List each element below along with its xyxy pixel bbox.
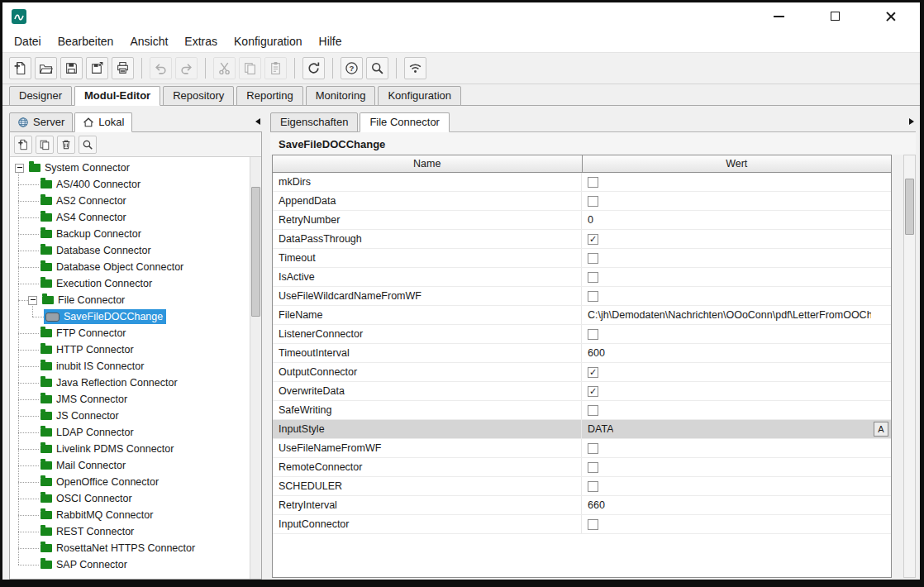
property-row-safewriting[interactable]: SafeWriting bbox=[273, 401, 891, 420]
property-row-remoteconnector[interactable]: RemoteConnector bbox=[273, 458, 891, 477]
checkbox[interactable] bbox=[588, 291, 598, 302]
tree-item-ldap-connector[interactable]: LDAP Connector bbox=[10, 424, 250, 441]
redo-button[interactable] bbox=[175, 57, 198, 79]
tree-item-rabbitmq-connector[interactable]: RabbitMQ Connector bbox=[10, 507, 250, 523]
connection-button[interactable] bbox=[404, 57, 426, 79]
tree-search-button[interactable] bbox=[79, 136, 97, 154]
checkbox[interactable]: ✓ bbox=[588, 386, 598, 397]
help-button[interactable]: ? bbox=[341, 57, 363, 79]
checkbox[interactable] bbox=[588, 177, 598, 188]
save-button[interactable] bbox=[60, 57, 83, 79]
properties-scrollbar-thumb[interactable] bbox=[905, 179, 914, 235]
refresh-button[interactable] bbox=[302, 57, 325, 79]
checkbox[interactable]: ✓ bbox=[588, 367, 598, 378]
checkbox[interactable] bbox=[588, 329, 598, 340]
checkbox[interactable] bbox=[588, 443, 598, 454]
maximize-button[interactable] bbox=[826, 7, 844, 26]
tree-item-openoffice-connector[interactable]: OpenOffice Connector bbox=[10, 474, 250, 490]
property-value[interactable]: C:\jh\Demodaten\Nachrichten\OOoConn\pdf\… bbox=[582, 306, 891, 324]
tree-item-livelink-pdms-connector[interactable]: Livelink PDMS Connector bbox=[10, 441, 250, 457]
property-row-inputstyle[interactable]: InputStyleDATAA bbox=[273, 420, 891, 439]
tree-item-execution-connector[interactable]: Execution Connector bbox=[10, 275, 250, 292]
property-value[interactable] bbox=[582, 401, 891, 419]
tree-copy-button[interactable] bbox=[36, 136, 54, 154]
property-value[interactable]: ✓ bbox=[582, 363, 891, 381]
column-header-wert[interactable]: Wert bbox=[583, 155, 892, 172]
collapse-right-panel-icon[interactable] bbox=[909, 118, 914, 125]
tree-item-jms-connector[interactable]: JMS Connector bbox=[10, 391, 250, 408]
menu-datei[interactable]: Datei bbox=[6, 32, 50, 50]
menu-hilfe[interactable]: Hilfe bbox=[311, 32, 350, 50]
property-row-listenerconnector[interactable]: ListenerConnector bbox=[273, 325, 891, 344]
tree-item-database-connector[interactable]: Database Connector bbox=[10, 242, 250, 259]
property-value[interactable] bbox=[582, 325, 891, 343]
column-header-name[interactable]: Name bbox=[273, 155, 583, 172]
property-value[interactable]: ✓ bbox=[582, 230, 891, 248]
tree-item-ftp-connector[interactable]: FTP Connector bbox=[10, 325, 250, 341]
property-row-retryinterval[interactable]: RetryInterval660 bbox=[273, 496, 891, 515]
checkbox[interactable] bbox=[588, 405, 598, 416]
tree-delete-button[interactable] bbox=[57, 136, 75, 154]
property-value[interactable] bbox=[582, 458, 891, 476]
copy-button[interactable] bbox=[239, 57, 261, 79]
checkbox[interactable] bbox=[588, 196, 598, 207]
property-row-usefilenamefromwf[interactable]: UseFileNameFromWF bbox=[273, 439, 891, 458]
checkbox[interactable] bbox=[588, 519, 598, 530]
tree-item-system-connector[interactable]: System Connector bbox=[10, 160, 250, 176]
navigator-tab-server[interactable]: Server bbox=[9, 112, 73, 132]
property-row-retrynumber[interactable]: RetryNumber0 bbox=[273, 211, 891, 230]
open-editor-button[interactable]: A bbox=[874, 422, 888, 437]
property-value[interactable] bbox=[582, 249, 891, 267]
undo-button[interactable] bbox=[150, 57, 172, 79]
property-row-appenddata[interactable]: AppendData bbox=[273, 192, 891, 211]
tree-item-file-connector[interactable]: File Connector bbox=[10, 292, 250, 308]
tab-repository[interactable]: Repository bbox=[163, 86, 234, 106]
property-row-timeoutinterval[interactable]: TimeoutInterval600 bbox=[273, 344, 891, 363]
property-value[interactable] bbox=[582, 268, 891, 286]
tree-item-backup-connector[interactable]: Backup Connector bbox=[10, 226, 250, 242]
minimize-button[interactable] bbox=[769, 7, 788, 26]
new-document-button[interactable] bbox=[9, 57, 31, 79]
collapse-toggle-icon[interactable] bbox=[15, 164, 24, 173]
property-row-overwritedata[interactable]: OverwriteData✓ bbox=[273, 382, 891, 401]
tree-item-inubit-is-connector[interactable]: inubit IS Connector bbox=[10, 358, 250, 375]
tree-item-mail-connector[interactable]: Mail Connector bbox=[10, 457, 250, 474]
tab-konfiguration[interactable]: Konfiguration bbox=[378, 86, 461, 106]
checkbox[interactable] bbox=[588, 481, 598, 492]
tree-item-database-object-connector[interactable]: Database Object Connector bbox=[10, 259, 250, 275]
menu-ansicht[interactable]: Ansicht bbox=[121, 32, 176, 50]
tree-item-osci-connector[interactable]: OSCI Connector bbox=[10, 490, 250, 507]
tree-item-as-400-connector[interactable]: AS/400 Connector bbox=[10, 176, 250, 193]
property-row-usefilewildcardnamefromwf[interactable]: UseFileWildcardNameFromWF bbox=[273, 287, 891, 306]
property-row-mkdirs[interactable]: mkDirs bbox=[273, 173, 891, 192]
tab-modul-editor[interactable]: Modul-Editor bbox=[74, 86, 160, 106]
checkbox[interactable] bbox=[588, 462, 598, 473]
checkbox[interactable] bbox=[588, 253, 598, 264]
menu-extras[interactable]: Extras bbox=[176, 32, 226, 50]
property-value[interactable] bbox=[582, 287, 891, 305]
tree-item-rosettanet-https-connector[interactable]: RosettaNet HTTPS Connector bbox=[10, 540, 250, 556]
property-value[interactable] bbox=[582, 173, 891, 191]
tab-monitoring[interactable]: Monitoring bbox=[306, 86, 376, 106]
properties-tab-file-connector[interactable]: File Connector bbox=[360, 112, 450, 132]
tree-item-js-connector[interactable]: JS Connector bbox=[10, 408, 250, 424]
checkbox[interactable]: ✓ bbox=[588, 234, 598, 245]
tree-scrollbar[interactable] bbox=[250, 157, 261, 579]
paste-button[interactable] bbox=[264, 57, 287, 79]
checkbox[interactable] bbox=[588, 272, 598, 283]
tree-item-as4-connector[interactable]: AS4 Connector bbox=[10, 209, 250, 226]
tree-item-java-reflection-connector[interactable]: Java Reflection Connector bbox=[10, 375, 250, 391]
tree-item-http-connector[interactable]: HTTP Connector bbox=[10, 341, 250, 358]
navigator-tab-lokal[interactable]: Lokal bbox=[74, 112, 132, 132]
property-value[interactable] bbox=[582, 192, 891, 210]
tree-new-document-button[interactable] bbox=[14, 136, 32, 154]
tree-item-as2-connector[interactable]: AS2 Connector bbox=[10, 193, 250, 209]
cut-button[interactable] bbox=[213, 57, 236, 79]
menu-konfiguration[interactable]: Konfiguration bbox=[226, 32, 311, 50]
property-row-isactive[interactable]: IsActive bbox=[273, 268, 891, 287]
open-folder-button[interactable] bbox=[35, 57, 57, 79]
property-row-inputconnector[interactable]: InputConnector bbox=[273, 515, 891, 534]
property-row-datapassthrough[interactable]: DataPassThrough✓ bbox=[273, 230, 891, 249]
property-row-scheduler[interactable]: SCHEDULER bbox=[273, 477, 891, 496]
properties-scrollbar[interactable] bbox=[903, 155, 916, 578]
